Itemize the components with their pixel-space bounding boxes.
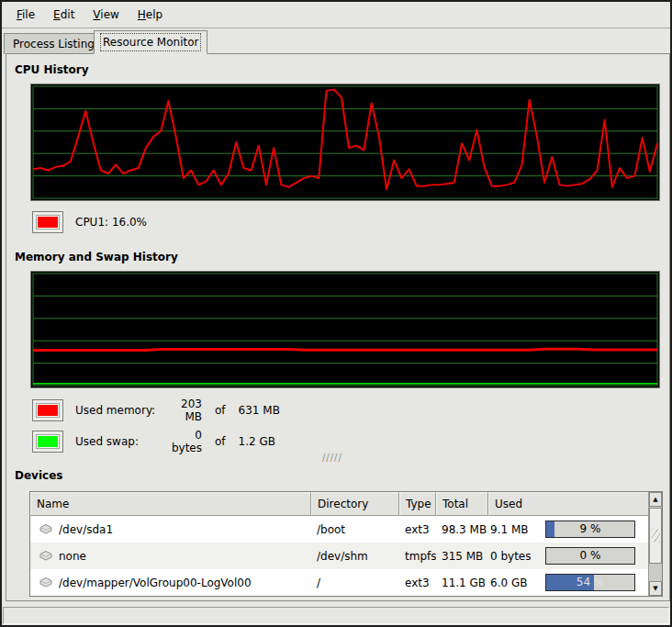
device-used: 0 bytes xyxy=(488,550,536,563)
devices-title: Devices xyxy=(15,469,62,482)
memory-legend-label: Used memory: xyxy=(75,404,163,417)
memory-used-value: 203 MB xyxy=(163,397,202,423)
device-used: 6.0 GB xyxy=(488,577,536,589)
harddisk-icon xyxy=(39,577,53,588)
device-type: tmpfs xyxy=(399,550,436,563)
column-header-type[interactable]: Type xyxy=(399,492,436,516)
device-total: 315 MB xyxy=(436,550,488,563)
column-header-name[interactable]: Name xyxy=(30,492,311,516)
menu-help[interactable]: Help xyxy=(129,4,172,26)
swap-used-value: 0 bytes xyxy=(163,429,202,454)
tab-process-listing-label: Process Listing xyxy=(13,38,95,50)
tab-resource-monitor-label: Resource Monitor xyxy=(103,36,198,49)
tab-resource-monitor[interactable]: Resource Monitor xyxy=(94,30,207,54)
memory-history-chart xyxy=(31,272,659,387)
column-header-used[interactable]: Used xyxy=(488,492,662,516)
usage-percent-label: 9 % xyxy=(546,521,634,537)
device-type: ext3 xyxy=(399,523,436,536)
device-name: /dev/sda1 xyxy=(59,523,113,536)
scroll-up-button[interactable]: ▲ xyxy=(649,492,662,507)
usage-progress-bar: 9 % xyxy=(545,521,635,538)
menu-bar: File Edit View Help xyxy=(2,2,670,28)
table-row-volgroup[interactable]: /dev/mapper/VolGroup00-LogVol00 / ext3 1… xyxy=(30,569,648,596)
memory-total-value: 631 MB xyxy=(239,404,280,417)
devices-table-header: Name Directory Type Total Used xyxy=(30,492,662,516)
memory-legend: Used memory: 203 MB of 631 MB xyxy=(32,397,280,423)
device-directory: /dev/shm xyxy=(311,550,399,563)
swap-color-button[interactable] xyxy=(32,431,63,453)
cpu-history-title: CPU History xyxy=(15,63,89,76)
usage-percent-label: 0 % xyxy=(546,548,634,564)
device-name: /dev/mapper/VolGroup00-LogVol00 xyxy=(59,577,252,589)
devices-table-body: /dev/sda1 /boot ext3 98.3 MB 9.1 MB 9 % xyxy=(30,516,648,596)
cpu-color-swatch xyxy=(37,216,59,229)
swap-color-swatch xyxy=(37,435,59,448)
swap-of-text: of xyxy=(215,435,226,448)
memory-color-button[interactable] xyxy=(32,399,63,421)
table-row-dev-sda1[interactable]: /dev/sda1 /boot ext3 98.3 MB 9.1 MB 9 % xyxy=(30,516,648,543)
pane-splitter-handle[interactable]: ///// xyxy=(322,453,342,463)
devices-table: Name Directory Type Total Used /dev/sda1… xyxy=(29,491,663,597)
device-total: 11.1 GB xyxy=(436,577,488,589)
cpu-history-chart xyxy=(31,84,659,200)
arrow-up-icon: ▲ xyxy=(653,496,657,503)
cpu-legend-label: CPU1: 16.0% xyxy=(75,216,147,229)
memory-color-swatch xyxy=(37,404,59,417)
scrollbar-thumb[interactable] xyxy=(649,508,662,564)
menu-edit[interactable]: Edit xyxy=(44,4,84,26)
usage-percent-label: 54 % xyxy=(546,575,634,590)
device-type: ext3 xyxy=(399,577,436,589)
table-row-none[interactable]: none /dev/shm tmpfs 315 MB 0 bytes 0 % xyxy=(30,543,648,569)
menu-view[interactable]: View xyxy=(84,4,128,26)
swap-legend-label: Used swap: xyxy=(75,435,163,448)
device-total: 98.3 MB xyxy=(436,523,488,536)
scroll-down-button[interactable]: ▼ xyxy=(649,581,662,596)
column-header-total[interactable]: Total xyxy=(436,492,488,516)
status-bar xyxy=(3,607,669,624)
swap-legend: Used swap: 0 bytes of 1.2 GB xyxy=(32,429,275,454)
device-used: 9.1 MB xyxy=(488,523,536,536)
menu-file[interactable]: File xyxy=(7,4,44,26)
device-name: none xyxy=(59,550,86,563)
usage-progress-bar: 54 % xyxy=(545,574,635,591)
device-directory: / xyxy=(311,577,399,589)
cpu-color-button[interactable] xyxy=(32,211,63,233)
memory-of-text: of xyxy=(215,404,226,417)
memory-history-graph xyxy=(30,271,660,388)
tab-strip: Process Listing Resource Monitor xyxy=(2,29,670,54)
scrollbar-grip-icon xyxy=(652,529,660,543)
memory-history-title: Memory and Swap History xyxy=(15,251,178,263)
system-monitor-window: File Edit View Help Process Listing Reso… xyxy=(0,0,672,627)
tab-process-listing[interactable]: Process Listing xyxy=(4,33,104,54)
harddisk-icon xyxy=(39,550,53,562)
cpu-history-graph xyxy=(30,84,660,201)
arrow-down-icon: ▼ xyxy=(653,585,657,592)
resource-monitor-page: CPU History CPU1: 16.0% Memory and Swap … xyxy=(6,53,670,601)
harddisk-icon xyxy=(39,523,53,535)
usage-progress-bar: 0 % xyxy=(545,547,635,565)
column-header-directory[interactable]: Directory xyxy=(311,492,399,516)
vertical-scrollbar[interactable]: ▲ ▼ xyxy=(648,492,662,596)
swap-total-value: 1.2 GB xyxy=(239,435,275,448)
cpu-legend: CPU1: 16.0% xyxy=(32,211,147,233)
device-directory: /boot xyxy=(311,523,399,536)
